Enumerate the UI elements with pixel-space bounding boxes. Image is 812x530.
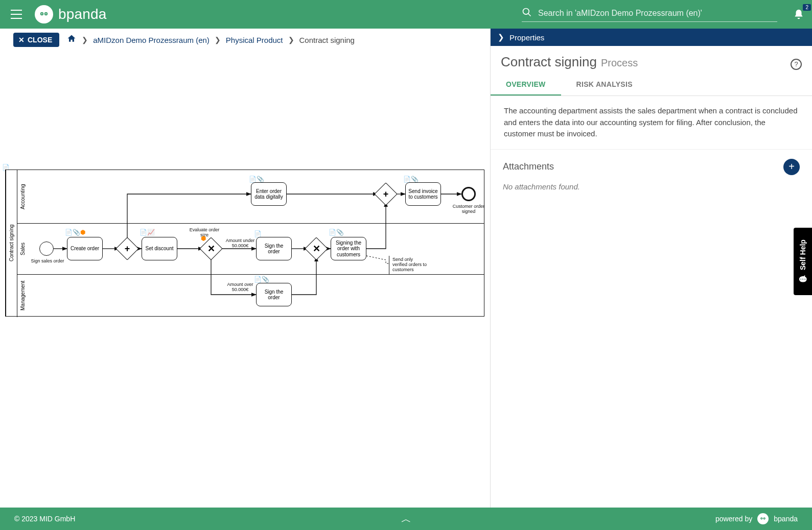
edge-label-under: Amount under 50.000€ [222, 238, 258, 249]
footer: © 2023 MID GmbH ︿ powered by bpanda [0, 508, 812, 530]
properties-header-label: Properties [509, 33, 544, 42]
decorators: 📄📈 [140, 229, 155, 235]
brand-name: bpanda [774, 515, 798, 523]
help-icon[interactable]: ? [791, 59, 802, 70]
breadcrumb-level1[interactable]: aMIDzon Demo Prozessraum (en) [93, 36, 210, 44]
menu-icon[interactable] [6, 4, 27, 25]
decorators: 📄📎 [249, 176, 264, 182]
process-type-label: Process [601, 57, 638, 69]
search-container [522, 7, 777, 22]
decorators: 📄📎⬢ [65, 229, 85, 235]
breadcrumb-level2[interactable]: Physical Product [226, 36, 283, 44]
help-chat-icon: 💬 [799, 274, 807, 283]
end-event-label: Customer order signed [452, 204, 485, 214]
breadcrumb-current: Contract signing [299, 36, 355, 44]
close-icon: ✕ [18, 36, 25, 44]
logo-icon [35, 5, 53, 23]
powered-by: powered by bpanda [715, 513, 798, 524]
decorators: 📄📎 [403, 176, 419, 182]
task-set-discount[interactable]: Set discount [142, 237, 177, 260]
self-help-button[interactable]: 💬 Self Help [794, 228, 812, 295]
svg-point-5 [523, 8, 529, 14]
chevron-right-icon: ❯ [82, 36, 88, 44]
svg-point-4 [45, 13, 47, 14]
logo-icon [757, 513, 769, 524]
task-sign-order-sales[interactable]: Sign the order [256, 237, 292, 260]
process-title: Contract signing [501, 54, 597, 70]
chevron-up-icon[interactable]: ︿ [401, 512, 411, 526]
task-sign-order-mgmt[interactable]: Sign the order [256, 283, 292, 306]
diagram-canvas[interactable]: 📄 Contract signing Accounting Sales Mana… [0, 51, 490, 508]
start-event[interactable] [39, 242, 54, 256]
svg-line-6 [528, 13, 531, 16]
pool-label: Contract signing [6, 170, 17, 316]
edge-label-over: Amount over 50.000€ [222, 282, 258, 293]
gateway-exclusive[interactable]: ✕ [203, 240, 219, 257]
bpmn-pool[interactable]: Contract signing Accounting Sales Manage… [5, 170, 484, 317]
gateway-merge[interactable]: ✕ [308, 240, 324, 257]
lane-sales-label: Sales [17, 223, 28, 274]
text-annotation: Send only verified orders to customers [389, 256, 432, 274]
top-bar: bpanda 2 [0, 0, 812, 29]
svg-point-0 [38, 9, 50, 20]
lane-divider [17, 223, 484, 224]
chevron-right-icon: ❯ [288, 36, 294, 44]
close-button[interactable]: ✕ CLOSE [13, 33, 59, 47]
lane-divider [17, 274, 484, 275]
task-send-invoice[interactable]: Send invoice to customers [405, 182, 441, 206]
decorators: 📄📎 [329, 229, 344, 235]
attachments-section: Attachments + [491, 150, 812, 179]
gateway-parallel-join[interactable]: + [378, 186, 394, 202]
properties-panel: ❯ Properties Contract signing Process ? … [490, 29, 812, 508]
decorators: 📄📎 [254, 276, 269, 282]
attachments-title: Attachments [503, 161, 554, 172]
notification-badge: 2 [803, 4, 811, 11]
add-attachment-button[interactable]: + [783, 159, 800, 175]
lane-accounting-label: Accounting [17, 170, 28, 223]
self-help-label: Self Help [799, 240, 807, 271]
chevron-right-icon: ❯ [498, 33, 504, 42]
lane-management-label: Management [17, 274, 28, 317]
tab-risk-analysis[interactable]: RISK ANALYSIS [561, 74, 648, 95]
powered-by-label: powered by [715, 515, 752, 523]
task-enter-order-data[interactable]: Enter order data digitally [251, 182, 287, 206]
search-input[interactable] [538, 9, 777, 18]
notification-icon[interactable]: 2 [792, 7, 806, 21]
chevron-right-icon: ❯ [215, 36, 221, 44]
start-event-label: Sign sales order [29, 259, 66, 264]
home-icon[interactable] [66, 34, 77, 46]
close-label: CLOSE [28, 36, 52, 44]
svg-point-10 [759, 515, 767, 523]
end-event[interactable] [461, 187, 476, 201]
svg-point-13 [761, 518, 762, 519]
attachments-empty-text: No attachments found. [491, 179, 812, 201]
app-logo[interactable]: bpanda [35, 5, 107, 23]
document-icon: 📄 [254, 231, 262, 237]
task-create-order[interactable]: Create order [67, 237, 103, 260]
gateway-parallel[interactable]: + [119, 240, 135, 257]
svg-point-3 [41, 13, 42, 14]
search-icon[interactable] [522, 7, 532, 19]
process-description: The accounting department assists the sa… [491, 96, 812, 150]
panel-tabs: OVERVIEW RISK ANALYSIS [491, 74, 812, 96]
properties-header[interactable]: ❯ Properties [491, 29, 812, 46]
app-name: bpanda [58, 6, 107, 22]
copyright-text: © 2023 MID GmbH [14, 515, 75, 523]
task-sign-with-customers[interactable]: Signing the order with customers [331, 237, 366, 260]
panel-title-row: Contract signing Process ? [491, 46, 812, 74]
tab-overview[interactable]: OVERVIEW [491, 74, 561, 95]
svg-point-14 [764, 518, 764, 519]
